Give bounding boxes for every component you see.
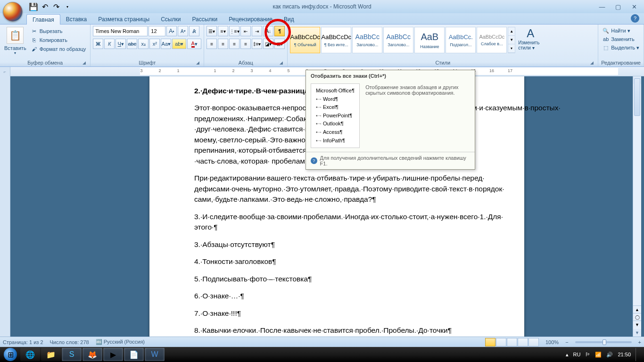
paste-button[interactable]: Вставить <box>4 45 26 51</box>
document-paragraph[interactable]: 3.·И·следите·вообще·за·своими·пробелами.… <box>194 212 482 233</box>
tray-volume-icon[interactable]: 🔊 <box>606 352 613 358</box>
tab-page-layout[interactable]: Разметка страницы <box>92 14 155 24</box>
full-screen-view[interactable] <box>496 338 506 346</box>
borders-button[interactable]: ⊞▾ <box>274 39 285 49</box>
next-page-icon[interactable]: ▼ <box>633 321 641 328</box>
document-paragraph[interactable]: При·редактировании·вашего·текста·отбиват… <box>194 173 482 205</box>
underline-button[interactable]: Ч▾ <box>116 39 126 49</box>
sort-button[interactable]: A↓ <box>263 26 273 36</box>
scroll-thumb[interactable] <box>634 78 640 116</box>
start-button[interactable]: ⊞ <box>1 347 20 362</box>
show-desktop-button[interactable] <box>636 348 639 361</box>
zoom-in-button[interactable]: + <box>638 339 641 345</box>
tab-home[interactable]: Главная <box>26 14 60 25</box>
show-hide-marks-button[interactable]: ¶ <box>274 26 285 36</box>
vertical-scrollbar[interactable]: ▲ ▲ ◯ ▼ ▼ <box>633 76 641 337</box>
document-paragraph[interactable]: 6.·О·знаке·…·¶ <box>194 291 482 301</box>
scroll-down-icon[interactable]: ▼ <box>633 329 641 337</box>
replace-button[interactable]: abЗаменить <box>601 35 641 43</box>
justify-button[interactable]: ≡ <box>240 39 251 49</box>
close-button[interactable]: ✕ <box>628 2 640 11</box>
superscript-button[interactable]: x² <box>149 39 160 49</box>
align-center-button[interactable]: ≡ <box>218 39 228 49</box>
vertical-ruler[interactable] <box>0 76 10 337</box>
tray-flag-icon[interactable]: 🏳 <box>585 352 590 357</box>
task-explorer[interactable]: 📁 <box>41 348 61 361</box>
shading-button[interactable]: ◪▾ <box>263 39 273 49</box>
grow-font-button[interactable]: A▴ <box>166 26 177 36</box>
help-icon[interactable]: ? <box>631 14 639 23</box>
office-button[interactable] <box>3 2 23 22</box>
paste-icon[interactable]: 📋 <box>7 27 24 44</box>
qat-customize-icon[interactable]: ▾ <box>62 1 73 12</box>
tray-network-icon[interactable]: 📶 <box>595 352 602 358</box>
align-left-button[interactable]: ≡ <box>206 39 217 49</box>
document-paragraph[interactable]: 3.·Абзацы·отсутствуют¶ <box>194 239 482 250</box>
print-layout-view[interactable] <box>485 338 495 346</box>
strikethrough-button[interactable]: abc <box>127 39 137 49</box>
multilevel-button[interactable]: ⋮≡▾ <box>229 26 239 36</box>
style-tile[interactable]: AaBbCcDc¶ Без инте... <box>321 27 351 53</box>
document-paragraph[interactable]: 8.·Кавычки·елочки.·После·кавычек·не·став… <box>194 325 482 336</box>
shrink-font-button[interactable]: A▾ <box>178 26 188 36</box>
style-tile[interactable]: AaBbCcDcСлабое в... <box>477 27 507 53</box>
font-name-combo[interactable] <box>93 26 148 36</box>
tray-clock[interactable]: 21:50 <box>618 352 631 357</box>
select-button[interactable]: ⬚Выделить ▾ <box>601 44 641 51</box>
italic-button[interactable]: К <box>104 39 115 49</box>
tab-review[interactable]: Рецензирование <box>223 14 278 24</box>
tab-mailings[interactable]: Рассылки <box>186 14 223 24</box>
highlight-button[interactable]: ab▾ <box>172 39 186 49</box>
tab-insert[interactable]: Вставка <box>60 14 93 24</box>
style-tile[interactable]: AaBbCc.Подзагол... <box>446 27 476 53</box>
web-layout-view[interactable] <box>507 338 517 346</box>
document-paragraph[interactable]: 7.·О·знаке·!!!¶ <box>194 308 482 319</box>
task-notepad[interactable]: 📄 <box>124 348 144 361</box>
zoom-slider[interactable] <box>575 341 632 343</box>
align-right-button[interactable]: ≡ <box>229 39 239 49</box>
task-media[interactable]: ▶ <box>103 348 123 361</box>
redo-icon[interactable]: ↷ <box>51 1 61 12</box>
decrease-indent-button[interactable]: ⇤ <box>240 26 251 36</box>
maximize-button[interactable]: ▢ <box>612 2 624 11</box>
task-firefox[interactable]: 🦊 <box>83 348 102 361</box>
copy-button[interactable]: ⎘Копировать <box>29 36 88 44</box>
format-painter-button[interactable]: 🖌Формат по образцу <box>29 45 88 53</box>
task-word[interactable]: W <box>145 348 165 361</box>
tray-lang[interactable]: RU <box>573 352 581 357</box>
status-language[interactable]: 🔤 Русский (Россия) <box>96 339 145 345</box>
prev-page-icon[interactable]: ▲ <box>633 305 641 313</box>
draft-view[interactable] <box>528 338 539 346</box>
task-ie[interactable]: 🌐 <box>20 348 40 361</box>
line-spacing-button[interactable]: ‡≡▾ <box>252 39 262 49</box>
status-page[interactable]: Страница: 1 из 2 <box>3 339 43 345</box>
status-word-count[interactable]: Число слов: 278 <box>50 339 89 345</box>
tab-selector[interactable]: ⌐ <box>0 67 10 76</box>
subscript-button[interactable]: x₂ <box>138 39 149 49</box>
outline-view[interactable] <box>518 338 528 346</box>
cut-button[interactable]: ✂Вырезать <box>29 27 88 35</box>
tab-view[interactable]: Вид <box>278 14 300 24</box>
zoom-level[interactable]: 100% <box>545 339 559 345</box>
style-tile[interactable]: AaBbCcЗаголово... <box>352 27 382 53</box>
undo-icon[interactable]: ↶ <box>40 1 50 12</box>
task-skype[interactable]: S <box>62 348 82 361</box>
style-tile[interactable]: AaBbCcЗаголово... <box>383 27 413 53</box>
style-tile[interactable]: AaBНазвание <box>414 27 445 53</box>
browse-object-icon[interactable]: ◯ <box>633 313 641 321</box>
style-tile[interactable]: AaBbCcDc¶ Обычный <box>290 27 320 53</box>
minimize-button[interactable]: — <box>596 2 608 11</box>
bullets-button[interactable]: ☰▾ <box>206 26 217 36</box>
font-color-button[interactable]: A▾ <box>187 39 201 49</box>
style-gallery-nav[interactable]: ▲▼▾ <box>508 27 515 53</box>
tray-expand-icon[interactable]: ▴ <box>566 352 569 358</box>
clear-formatting-button[interactable]: A̷ <box>189 26 199 36</box>
dialog-launcher-icon[interactable]: ◢ <box>278 60 284 66</box>
find-button[interactable]: 🔍Найти ▾ <box>601 27 641 34</box>
font-size-combo[interactable] <box>149 26 165 36</box>
zoom-out-button[interactable]: − <box>565 339 568 345</box>
document-paragraph[interactable]: 4.·Тонкости·заголовков¶ <box>194 256 482 267</box>
change-case-button[interactable]: Aa▾ <box>161 39 171 49</box>
save-icon[interactable]: 💾 <box>28 1 39 12</box>
document-paragraph[interactable]: 5.·Подписывать·фото·–·текстовка¶ <box>194 274 482 284</box>
